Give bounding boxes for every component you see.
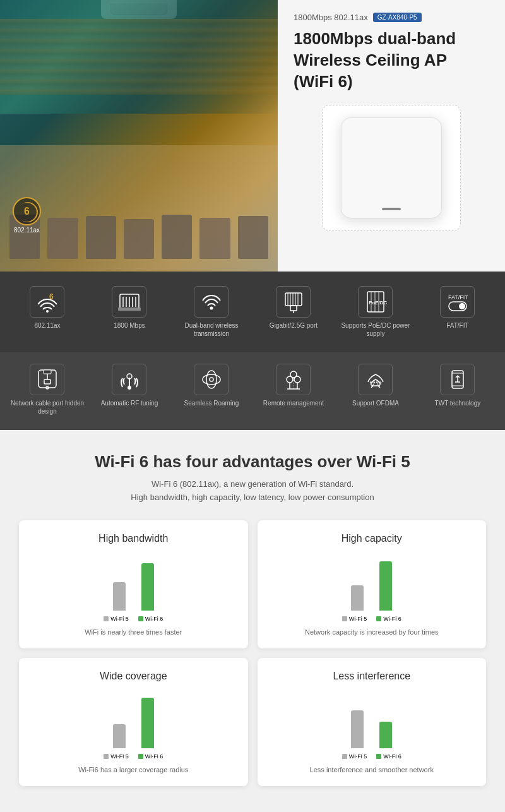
svg-point-32 bbox=[128, 386, 131, 390]
feature-remote: Remote management bbox=[252, 359, 335, 421]
bar-wifi5-int bbox=[351, 710, 364, 748]
bar-chart-interference bbox=[270, 691, 474, 748]
ap-indicator bbox=[382, 208, 401, 210]
bar-group-wifi6 bbox=[141, 563, 154, 611]
legend-wifi6-cap: Wi-Fi 6 bbox=[376, 616, 401, 622]
product-image bbox=[322, 105, 461, 231]
adv-card-interference-title: Less interference bbox=[270, 671, 474, 682]
feature-label-twt: TWT technology bbox=[435, 399, 481, 407]
remote-icon bbox=[276, 364, 311, 395]
feature-dualband: Dual-band wireless transmission bbox=[170, 281, 252, 343]
feature-fatfit: FAT/FIT FAT/FIT bbox=[417, 281, 499, 343]
feature-label-speed: 1800 Mbps bbox=[114, 321, 145, 330]
legend-wifi6: Wi-Fi 6 bbox=[138, 616, 163, 622]
legend-wifi5-cap: Wi-Fi 5 bbox=[342, 616, 367, 622]
hero-product-info: 1800Mbps 802.11ax GZ-AX840-P5 1800Mbps d… bbox=[278, 0, 505, 272]
rf-icon bbox=[112, 364, 146, 395]
port-icon bbox=[276, 286, 311, 318]
feature-speed: 1800 Mbps bbox=[88, 281, 170, 343]
feature-label-dualband: Dual-band wireless transmission bbox=[173, 321, 250, 338]
legend-wifi5: Wi-Fi 5 bbox=[104, 616, 129, 622]
speed-icon bbox=[112, 286, 146, 318]
cable-icon bbox=[30, 364, 64, 395]
legend-wifi5-cov: Wi-Fi 5 bbox=[104, 753, 129, 760]
fatfit-icon: FAT/FIT bbox=[440, 286, 475, 318]
bar-wifi5-cap bbox=[351, 585, 364, 611]
adv-card-capacity-title: High capacity bbox=[270, 533, 474, 544]
bar-group-wifi5-int bbox=[351, 710, 364, 748]
feature-cable: Network cable port hidden design bbox=[6, 359, 88, 421]
bar-labels-bandwidth: Wi-Fi 5 Wi-Fi 6 bbox=[32, 616, 235, 622]
adv-desc-capacity: Network capacity is increased by four ti… bbox=[270, 628, 474, 636]
svg-point-35 bbox=[210, 378, 213, 381]
svg-rect-16 bbox=[290, 306, 297, 311]
bar-wifi6-cov bbox=[141, 698, 154, 748]
dualband-icon bbox=[194, 286, 229, 318]
adv-desc-bandwidth: WiFi is nearly three times faster bbox=[32, 628, 235, 636]
product-code: GZ-AX840-P5 bbox=[373, 13, 422, 22]
feature-port: Gigabit/2.5G port bbox=[252, 281, 335, 343]
feature-twt: TWT technology bbox=[417, 359, 499, 421]
wifi6-icon: 6 bbox=[30, 286, 64, 318]
bar-group-wifi6-cap bbox=[379, 561, 392, 611]
legend-wifi6-int: Wi-Fi 6 bbox=[376, 753, 401, 760]
feature-rf: Automatic RF tuning bbox=[88, 359, 170, 421]
svg-point-1 bbox=[46, 310, 49, 313]
svg-rect-27 bbox=[44, 370, 51, 374]
adv-desc-coverage: Wi-Fi6 has a larger coverage radius bbox=[32, 766, 235, 773]
svg-point-25 bbox=[459, 303, 465, 309]
feature-label-roaming: Seamless Roaming bbox=[184, 399, 239, 407]
svg-point-38 bbox=[290, 371, 297, 378]
twt-icon bbox=[440, 364, 475, 395]
wifi6-badge: 6 802.11ax bbox=[13, 197, 41, 234]
bar-group-wifi5 bbox=[113, 582, 126, 611]
feature-label-ofdma: Support OFDMA bbox=[352, 399, 399, 407]
feature-label-remote: Remote management bbox=[263, 399, 324, 407]
features-row2: Network cable port hidden design Automat… bbox=[0, 352, 505, 430]
feature-label-rf: Automatic RF tuning bbox=[101, 399, 158, 407]
bar-wifi6 bbox=[141, 563, 154, 611]
bar-wifi5-cov bbox=[113, 724, 126, 748]
bar-chart-coverage bbox=[32, 691, 235, 748]
hero-section: 6 802.11ax 1800Mbps 802.11ax GZ-AX840-P5… bbox=[0, 0, 505, 272]
bar-labels-interference: Wi-Fi 5 Wi-Fi 6 bbox=[270, 753, 474, 760]
features-row1: 6 802.11ax 1800 Mbps bbox=[0, 272, 505, 352]
advantages-section: Wi-Fi 6 has four advantages over Wi-Fi 5… bbox=[0, 430, 505, 808]
adv-card-capacity: High capacity Wi-Fi 5 Wi-Fi 6 Network ca… bbox=[258, 520, 487, 648]
adv-card-bandwidth-title: High bandwidth bbox=[32, 533, 235, 544]
bar-chart-capacity bbox=[270, 554, 474, 611]
feature-label-80211ax: 802.11ax bbox=[34, 321, 60, 330]
feature-poe: PoE/DC Supports PoE/DC power supply bbox=[335, 281, 417, 343]
adv-card-coverage-title: Wide coverage bbox=[32, 671, 235, 682]
hero-image: 6 802.11ax bbox=[0, 0, 278, 272]
svg-text:FAT/FIT: FAT/FIT bbox=[448, 294, 468, 301]
feature-ofdma: Support OFDMA bbox=[335, 359, 417, 421]
bar-labels-capacity: Wi-Fi 5 Wi-Fi 6 bbox=[270, 616, 474, 622]
bar-chart-bandwidth bbox=[32, 554, 235, 611]
ofdma-icon bbox=[358, 364, 393, 395]
svg-text:PoE/DC: PoE/DC bbox=[369, 300, 388, 306]
feature-roaming: Seamless Roaming bbox=[170, 359, 252, 421]
bar-group-wifi6-cov bbox=[141, 698, 154, 748]
svg-rect-29 bbox=[44, 379, 50, 384]
bar-labels-coverage: Wi-Fi 5 Wi-Fi 6 bbox=[32, 753, 235, 760]
bar-group-wifi5-cov bbox=[113, 724, 126, 748]
legend-wifi5-int: Wi-Fi 5 bbox=[342, 753, 367, 760]
feature-label-cable: Network cable port hidden design bbox=[9, 399, 86, 415]
legend-wifi6-cov: Wi-Fi 6 bbox=[138, 753, 163, 760]
svg-point-9 bbox=[210, 307, 213, 310]
feature-label-port: Gigabit/2.5G port bbox=[270, 321, 318, 330]
adv-card-coverage: Wide coverage Wi-Fi 5 Wi-Fi 6 Wi-Fi6 has… bbox=[19, 658, 248, 786]
advantages-subtitle: Wi-Fi 6 (802.11ax), a new generation of … bbox=[19, 478, 486, 505]
adv-card-interference: Less interference Wi-Fi 5 Wi-Fi 6 Less i… bbox=[258, 658, 487, 786]
product-line: 1800Mbps 802.11ax bbox=[294, 13, 368, 22]
adv-desc-interference: Less interference and smoother network bbox=[270, 766, 474, 773]
ap-device bbox=[341, 117, 442, 218]
bar-wifi6-cap bbox=[379, 561, 392, 611]
bar-group-wifi5-cap bbox=[351, 585, 364, 611]
product-title: 1800Mbps dual-band Wireless Ceiling AP (… bbox=[294, 28, 489, 92]
bar-wifi5 bbox=[113, 582, 126, 611]
svg-point-33 bbox=[203, 374, 220, 385]
roaming-icon bbox=[194, 364, 229, 395]
feature-label-poe: Supports PoE/DC power supply bbox=[337, 321, 414, 338]
